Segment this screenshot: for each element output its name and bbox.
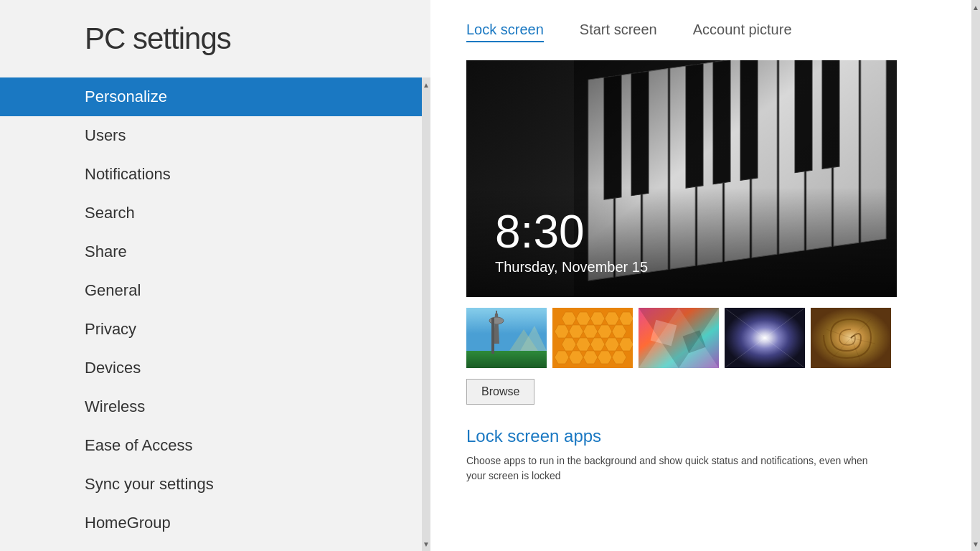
lock-screen-apps-title: Lock screen apps <box>466 426 944 446</box>
sidebar-item-privacy[interactable]: Privacy <box>0 310 430 349</box>
background-thumbnails <box>466 308 944 368</box>
sidebar-scroll-down[interactable]: ▼ <box>422 537 430 551</box>
app-title: PC settings <box>0 0 430 77</box>
tab-lock-screen[interactable]: Lock screen <box>466 22 544 42</box>
sidebar-item-general[interactable]: General <box>0 271 430 310</box>
thumbnail-5[interactable] <box>811 308 891 368</box>
sidebar-item-search[interactable]: Search <box>0 194 430 232</box>
content-scroll-up[interactable]: ▲ <box>971 0 980 14</box>
sidebar-item-wireless[interactable]: Wireless <box>0 387 430 426</box>
sidebar-item-homegroup[interactable]: HomeGroup <box>0 504 430 542</box>
content-scrollbar: ▲ ▼ <box>971 0 980 551</box>
sidebar: PC settings Personalize Users Notificati… <box>0 0 430 551</box>
sidebar-item-sync-your-settings[interactable]: Sync your settings <box>0 465 430 504</box>
thumbnail-1[interactable] <box>466 308 547 368</box>
sidebar-scrollbar: ▲ ▼ <box>422 77 430 551</box>
browse-button[interactable]: Browse <box>466 379 534 405</box>
sidebar-scroll-up[interactable]: ▲ <box>422 77 430 92</box>
thumbnail-4[interactable] <box>725 308 805 368</box>
svg-point-24 <box>489 317 504 324</box>
sidebar-item-notifications[interactable]: Notifications <box>0 155 430 194</box>
lockscreen-date: Thursday, November 15 <box>495 259 868 276</box>
sidebar-item-devices[interactable]: Devices <box>0 349 430 387</box>
sidebar-item-share[interactable]: Share <box>0 232 430 271</box>
lock-screen-apps-desc: Choose apps to run in the background and… <box>466 453 890 484</box>
lockscreen-background: 8:30 Thursday, November 15 <box>466 60 897 297</box>
thumbnail-2[interactable] <box>552 308 633 368</box>
sidebar-item-ease-of-access[interactable]: Ease of Access <box>0 426 430 465</box>
lockscreen-overlay: 8:30 Thursday, November 15 <box>466 187 897 297</box>
sidebar-item-personalize[interactable]: Personalize <box>0 77 430 116</box>
lockscreen-preview: 8:30 Thursday, November 15 <box>466 60 897 297</box>
content-scroll-down[interactable]: ▼ <box>971 537 980 551</box>
sidebar-item-users[interactable]: Users <box>0 116 430 155</box>
content-area: Lock screen Start screen Account picture <box>430 0 980 551</box>
lockscreen-time: 8:30 <box>495 209 868 255</box>
tab-account-picture[interactable]: Account picture <box>693 22 792 42</box>
thumbnail-3[interactable] <box>639 308 719 368</box>
sidebar-nav: Personalize Users Notifications Search S… <box>0 77 430 551</box>
tab-bar: Lock screen Start screen Account picture <box>466 22 944 42</box>
svg-rect-22 <box>466 351 547 368</box>
tab-start-screen[interactable]: Start screen <box>580 22 657 42</box>
